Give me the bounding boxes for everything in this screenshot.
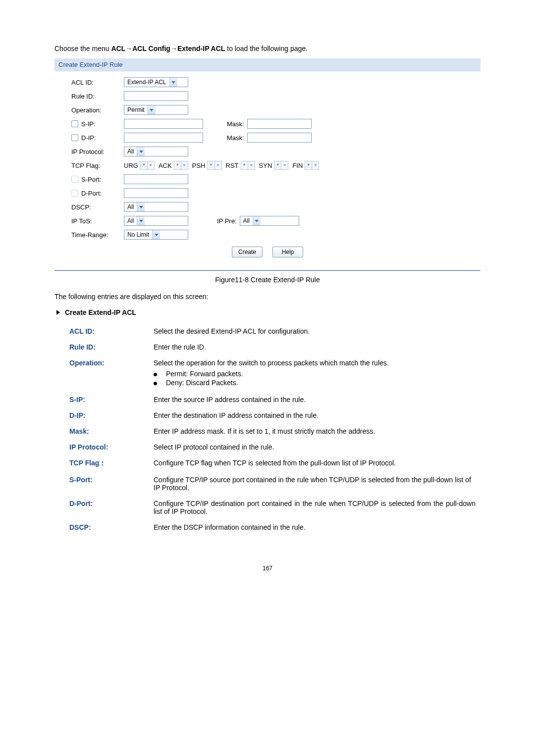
tcp-flag-select[interactable]: * [241,161,255,170]
s-ip-mask-input[interactable] [247,119,312,129]
tcp-flag-value: * [208,162,214,169]
label-s-port-text: S-Port: [81,176,101,183]
tcp-flag-select[interactable]: * [305,161,319,170]
label-ip-tos: IP ToS: [59,217,124,225]
s-port-checkbox[interactable] [71,176,78,183]
page-number: 167 [54,565,481,572]
tcp-flag-select[interactable]: * [207,161,221,170]
label-rule-id: Rule ID: [59,93,124,100]
bullet-list: Permit: Forward packets.Deny: Discard Pa… [154,370,476,387]
operation-value: Permit [124,106,148,113]
chevron-down-icon [137,202,145,211]
s-ip-checkbox[interactable] [71,120,78,127]
intro-text: Choose the menu ACL→ACL Config→Extend-IP… [54,45,481,52]
tcp-flag-select[interactable]: * [274,161,288,170]
dscp-value: All [124,203,137,210]
label-d-ip: D-IP: [59,134,124,142]
definition-value: Enter the rule ID. [154,339,481,355]
dscp-select[interactable]: All [124,202,188,212]
definition-key: D-Port: [54,496,154,519]
rule-id-input[interactable] [124,91,188,101]
chevron-down-icon [214,161,221,169]
help-button[interactable]: Help [272,247,303,257]
definition-table: ACL ID:Select the desired Extend-IP ACL … [54,323,481,535]
definition-row: S-Port:Configure TCP/IP source port cont… [54,472,481,496]
tcp-flag-label: RST [226,162,239,169]
definition-row: Rule ID:Enter the rule ID. [54,339,481,355]
operation-select[interactable]: Permit [124,105,188,115]
d-port-checkbox[interactable] [71,190,78,197]
form-table: ACL ID: Extend-IP ACL Rule ID: Operation… [54,71,481,270]
definition-row: D-IP:Enter the destination IP address co… [54,407,481,423]
label-d-ip-mask: Mask: [227,134,244,142]
definition-value: Select the operation for the switch to p… [154,355,481,392]
label-s-port: S-Port: [59,176,124,183]
tcp-flag-psh: PSH* [192,161,222,170]
definition-key: IP Protocol: [54,439,154,455]
intro-prefix: Choose the menu [54,45,111,52]
create-button[interactable]: Create [232,247,263,257]
time-range-value: No Limit [124,231,152,238]
definition-key: D-IP: [54,407,154,423]
intro-suffix: to load the following page. [225,45,308,52]
label-operation: Operation: [59,106,124,114]
d-port-input[interactable] [124,188,188,198]
chevron-down-icon [148,105,156,114]
definition-key: Rule ID: [54,339,154,355]
label-d-port-text: D-Port: [81,190,102,197]
chevron-down-icon [137,147,145,156]
definition-row: Mask:Enter IP address mask. If it is set… [54,423,481,439]
s-port-input[interactable] [124,174,188,184]
chevron-down-icon [312,161,319,169]
d-ip-mask-input[interactable] [247,133,312,143]
tcp-flag-rst: RST* [226,161,255,170]
definition-value: Configure TCP/IP source port contained i… [154,472,481,496]
form-panel: Create Extend-IP Rule ACL ID: Extend-IP … [54,58,481,271]
d-ip-checkbox[interactable] [71,134,78,141]
label-s-ip-text: S-IP: [81,120,96,128]
tcp-flag-label: PSH [192,162,206,169]
definition-value: Enter the DSCP information contained in … [154,519,481,535]
label-ip-protocol: IP Protocol: [59,148,124,155]
tcp-flag-value: * [274,162,281,169]
d-ip-input[interactable] [124,133,203,143]
tcp-flag-value: * [174,162,181,169]
bullet-item: Deny: Discard Packets. [154,379,476,387]
chevron-down-icon [147,161,154,169]
definition-value: Enter the destination IP address contain… [154,407,481,423]
definition-key: Mask: [54,423,154,439]
definition-row: Operation:Select the operation for the s… [54,355,481,392]
label-d-ip-text: D-IP: [81,134,96,142]
section-title-text: Create Extend-IP ACL [65,308,136,316]
definition-value: Configure TCP flag when TCP is selected … [154,455,481,472]
definition-value: Enter the source IP address contained in… [154,392,481,407]
acl-id-select[interactable]: Extend-IP ACL [124,77,188,87]
tcp-flag-value: * [141,162,147,169]
label-acl-id: ACL ID: [59,79,124,86]
label-s-ip-mask: Mask: [227,120,244,128]
tcp-flag-select[interactable]: * [174,161,188,170]
ip-tos-select[interactable]: All [124,216,188,226]
definition-row: IP Protocol:Select IP protocol contained… [54,439,481,455]
s-ip-input[interactable] [124,119,203,129]
tcp-flag-label: URG [124,162,138,169]
chevron-down-icon [137,216,145,225]
time-range-select[interactable]: No Limit [124,230,188,240]
chevron-down-icon [253,216,261,225]
panel-title: Create Extend-IP Rule [54,58,481,71]
intro-bold: ACL→ACL Config→Extend-IP ACL [111,45,225,52]
tcp-flag-select[interactable]: * [140,161,155,170]
ip-pre-value: All [240,217,253,224]
ip-protocol-value: All [124,148,137,155]
label-ip-pre: IP Pre: [217,217,237,225]
definition-value: Configure TCP/IP destination port contai… [154,496,481,519]
ip-protocol-select[interactable]: All [124,147,188,156]
entries-line: The following entries are displayed on t… [54,293,481,301]
ip-pre-select[interactable]: All [240,216,299,226]
tcp-flag-fin: FIN* [292,161,319,170]
chevron-down-icon [248,161,255,169]
tcp-flag-label: ACK [159,162,172,169]
section-heading: Create Extend-IP ACL [54,308,481,316]
definition-row: DSCP:Enter the DSCP information containe… [54,519,481,535]
tcp-flag-value: * [305,162,312,169]
